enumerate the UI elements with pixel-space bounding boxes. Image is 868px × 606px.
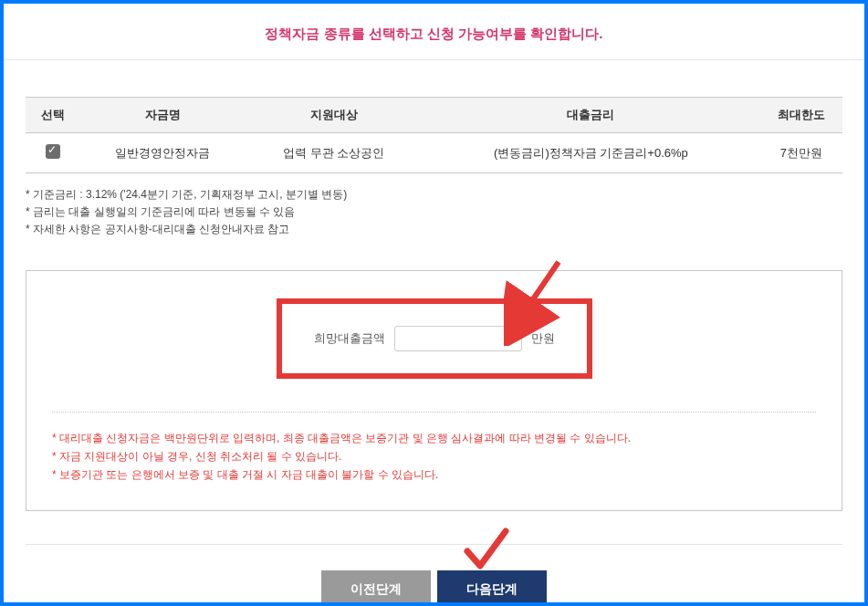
rate-notes: * 기준금리 : 3.12% ('24.4분기 기준, 기획재정부 고시, 분기… bbox=[26, 186, 842, 239]
col-name: 자금명 bbox=[80, 98, 246, 133]
cell-target: 업력 무관 소상공인 bbox=[246, 133, 423, 173]
cell-rate: (변동금리)정책자금 기준금리+0.6%p bbox=[422, 133, 759, 173]
col-rate: 대출금리 bbox=[422, 98, 759, 133]
amount-label: 희망대출금액 bbox=[314, 330, 385, 347]
note-line: * 기준금리 : 3.12% ('24.4분기 기준, 기획재정부 고시, 분기… bbox=[26, 186, 842, 204]
col-limit: 최대한도 bbox=[760, 98, 843, 133]
cell-limit: 7천만원 bbox=[760, 133, 843, 173]
divider-top bbox=[4, 59, 864, 60]
content-area: 선택 자금명 지원대상 대출금리 최대한도 일반경영안정자금 업력 무관 소상공… bbox=[4, 97, 864, 606]
loan-amount-input[interactable] bbox=[394, 326, 522, 351]
warning-line: * 대리대출 신청자금은 백만원단위로 입력하며, 최종 대출금액은 보증기관 … bbox=[52, 429, 816, 447]
amount-unit: 만원 bbox=[531, 330, 555, 347]
loan-amount-panel: 희망대출금액 만원 * 대리대출 신청자금은 백만원단위로 입력하며, 최종 대… bbox=[26, 270, 842, 511]
col-target: 지원대상 bbox=[246, 98, 423, 133]
table-row: 일반경영안정자금 업력 무관 소상공인 (변동금리)정책자금 기준금리+0.6%… bbox=[26, 133, 842, 173]
page-heading: 정책자금 종류를 선택하고 신청 가능여부를 확인합니다. bbox=[4, 4, 864, 59]
policy-table: 선택 자금명 지원대상 대출금리 최대한도 일반경영안정자금 업력 무관 소상공… bbox=[26, 97, 842, 173]
warning-line: * 자금 지원대상이 아닐 경우, 신청 취소처리 될 수 있습니다. bbox=[52, 447, 816, 465]
checkbox-icon[interactable] bbox=[46, 144, 60, 159]
prev-step-button[interactable]: 이전단계 bbox=[321, 570, 431, 606]
warning-notes: * 대리대출 신청자금은 백만원단위로 입력하며, 최종 대출금액은 보증기관 … bbox=[52, 429, 816, 485]
note-line: * 금리는 대출 실행일의 기준금리에 따라 변동될 수 있음 bbox=[26, 204, 842, 221]
warning-line: * 보증기관 또는 은행에서 보증 및 대출 거절 시 자금 대출이 불가할 수… bbox=[52, 465, 816, 484]
col-select: 선택 bbox=[26, 98, 80, 133]
amount-row: 희망대출금액 만원 bbox=[298, 326, 570, 351]
note-line: * 자세한 사항은 공지사항-대리대출 신청안내자료 참고 bbox=[26, 221, 842, 238]
cell-name: 일반경영안정자금 bbox=[80, 133, 246, 173]
button-row: 이전단계 다음단계 bbox=[26, 570, 842, 606]
app-frame: 정책자금 종류를 선택하고 신청 가능여부를 확인합니다. 선택 자금명 지원대… bbox=[0, 0, 868, 606]
divider-bottom bbox=[26, 544, 842, 545]
amount-highlight-box: 희망대출금액 만원 bbox=[277, 298, 592, 379]
table-header-row: 선택 자금명 지원대상 대출금리 최대한도 bbox=[26, 98, 842, 133]
divider-dotted bbox=[52, 412, 816, 413]
cell-select bbox=[26, 133, 80, 173]
next-step-button[interactable]: 다음단계 bbox=[437, 570, 547, 606]
